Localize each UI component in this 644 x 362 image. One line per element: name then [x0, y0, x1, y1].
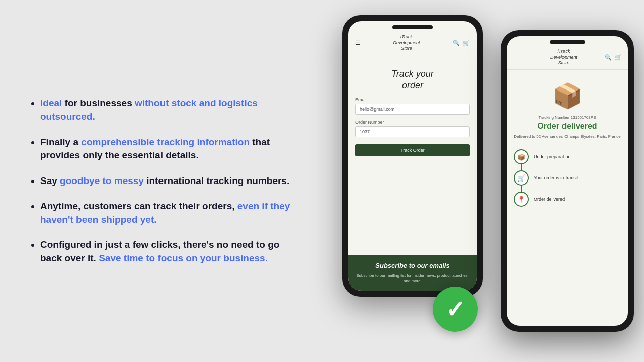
tracking-number: Tracking Number 131551708PS	[539, 115, 596, 120]
order-status: Order delivered	[537, 122, 597, 131]
highlight-text: Save time to focus on your business.	[99, 253, 268, 263]
subscribe-title: Subscribe to our emails	[355, 262, 470, 269]
phone-1-header: ☰ iTrack Development Store 🔍 🛒	[348, 31, 477, 55]
phone-1-screen: ☰ iTrack Development Store 🔍 🛒 Track you…	[348, 21, 477, 291]
normal-text: Finally a	[40, 137, 81, 147]
left-panel: Ideal for businesses without stock and l…	[0, 76, 322, 285]
delivered-icon: 📍	[514, 192, 529, 207]
phone-1-content: Track yourorder Email Order Number Track…	[348, 55, 477, 255]
order-label: Order Number	[355, 120, 470, 125]
feature-list: Ideal for businesses without stock and l…	[25, 97, 297, 265]
phone-2: iTrack Development Store 🔍 🛒 📦 Tracking …	[501, 30, 634, 332]
bullet-item-2: Finally a comprehensible tracking inform…	[40, 136, 297, 162]
highlight-text: Ideal	[40, 98, 62, 108]
bullet-item-1: Ideal for businesses without stock and l…	[40, 97, 297, 123]
email-field-group: Email	[355, 97, 470, 115]
bullet-item-5: Configured in just a few clicks, there's…	[40, 238, 297, 265]
highlight-text: comprehensible tracking information	[81, 137, 250, 147]
store-name-2: iTrack Development Store	[550, 49, 577, 66]
checkmark-badge	[433, 287, 478, 332]
phone-2-screen: iTrack Development Store 🔍 🛒 📦 Tracking …	[507, 36, 628, 326]
header-icons-2: 🔍 🛒	[605, 54, 622, 61]
store-name-1: iTrack Development Store	[393, 34, 420, 52]
transit-icon: 🛒	[514, 170, 529, 186]
delivery-address: Delivered to 52 Avenue des Champs-Élysée…	[514, 134, 620, 139]
track-order-title: Track yourorder	[355, 68, 470, 92]
delivered-label: Order delivered	[534, 197, 565, 202]
phone-1-notch	[392, 25, 433, 29]
subscribe-banner: Subscribe to our emails Subscribe to our…	[348, 255, 477, 291]
normal-text: Say	[40, 175, 60, 186]
preparation-icon: 📦	[514, 149, 529, 164]
bullet-item-3: Say goodbye to messy international track…	[40, 174, 297, 188]
cart-icon-2[interactable]: 🛒	[615, 54, 622, 61]
normal-text: for businesses	[65, 98, 135, 108]
phone-1: ☰ iTrack Development Store 🔍 🛒 Track you…	[342, 15, 483, 297]
search-icon-2[interactable]: 🔍	[605, 54, 612, 61]
normal-text: Anytime, customers can track their order…	[40, 201, 237, 211]
right-panel: ☰ iTrack Development Store 🔍 🛒 Track you…	[322, 0, 644, 362]
timeline-item-delivered: 📍 Order delivered	[514, 189, 621, 210]
search-icon[interactable]: 🔍	[453, 40, 460, 46]
package-icon: 📦	[552, 82, 583, 110]
order-input[interactable]	[355, 126, 470, 137]
timeline-item-transit: 🛒 Your order is in transit	[514, 167, 621, 189]
timeline-item-preparation: 📦 Under preparation	[514, 146, 621, 167]
normal-text: international tracking numbers.	[146, 175, 289, 186]
order-timeline: 📦 Under preparation 🛒 Your order is in t…	[514, 146, 621, 210]
preparation-label: Under preparation	[534, 154, 571, 159]
bullet-item-4: Anytime, customers can track their order…	[40, 200, 297, 226]
email-input[interactable]	[355, 104, 470, 115]
transit-label: Your order is in transit	[534, 175, 578, 180]
menu-icon[interactable]: ☰	[355, 40, 360, 46]
track-order-button[interactable]: Track Order	[355, 144, 470, 156]
subscribe-text: Subscribe to our mailing list for inside…	[355, 273, 470, 284]
header-icons: 🔍 🛒	[453, 40, 470, 46]
cart-icon[interactable]: 🛒	[463, 40, 470, 46]
highlight-text: goodbye to messy	[60, 175, 144, 186]
phone-2-header: iTrack Development Store 🔍 🛒	[507, 46, 628, 70]
email-label: Email	[355, 97, 470, 102]
phone-2-notch	[550, 40, 585, 44]
order-field-group: Order Number	[355, 120, 470, 137]
phone-2-content: 📦 Tracking Number 131551708PS Order deli…	[507, 70, 628, 326]
